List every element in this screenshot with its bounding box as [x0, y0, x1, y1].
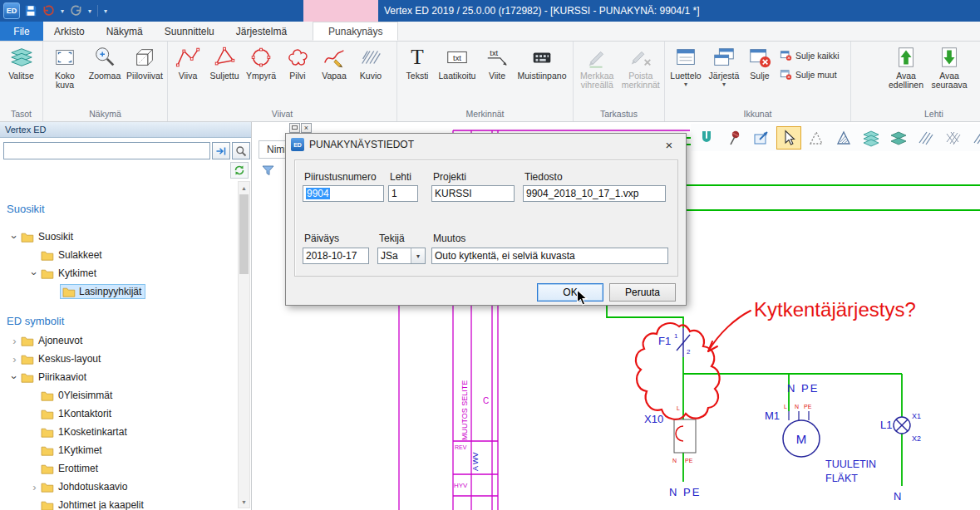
jarjesta-dropdown-icon[interactable]: ▾ [705, 81, 743, 88]
tree-item-ajoneuvot[interactable]: › Ajoneuvot [0, 331, 238, 350]
layers-alt-tool-button[interactable] [886, 126, 911, 150]
tree-item-keskus-layout[interactable]: › Keskus-layout [0, 350, 238, 368]
tree-item-suosikit[interactable]: › Suosikit [0, 228, 238, 246]
folder-icon [21, 336, 34, 346]
sulje-button[interactable]: Sulje [743, 42, 776, 108]
search-input[interactable] [3, 142, 210, 159]
triangle-hatch-tool-button[interactable] [831, 126, 856, 150]
tree-item-0yleisimmat[interactable]: 0Yleisimmät [0, 386, 238, 405]
ok-button[interactable]: OK [537, 283, 603, 302]
chevron-right-icon[interactable]: › [8, 353, 21, 365]
ympyra-button[interactable]: Ympyrä [243, 42, 279, 108]
tree-scrollbar[interactable]: ▲ ▼ [238, 181, 250, 508]
luettelo-dropdown-icon[interactable]: ▾ [667, 81, 705, 88]
suljettu-button[interactable]: Suljettu [206, 42, 243, 108]
laatikoitu-button[interactable]: txt Laatikoitu [436, 42, 479, 108]
jarjesta-button[interactable]: Järjestä ▾ [705, 42, 743, 108]
filter-icon[interactable] [262, 165, 274, 179]
search-go-button[interactable] [212, 142, 230, 159]
paivays-field[interactable]: 2018-10-17 [303, 248, 369, 264]
undo-button[interactable] [41, 2, 57, 19]
app-logo[interactable]: ED [3, 2, 20, 19]
teksti-button[interactable]: T Teksti [399, 42, 436, 108]
search-button[interactable] [232, 142, 250, 159]
hatch-tool-button[interactable] [914, 126, 938, 150]
tree-item-piirikaaviot[interactable]: › Piirikaaviot [0, 368, 238, 386]
avaa-seuraava-button[interactable]: Avaa seuraava [928, 42, 971, 108]
tree-item-johtimet[interactable]: Johtimet ja kaapelit [0, 496, 238, 510]
refresh-button[interactable] [230, 162, 249, 179]
tree-item-johdotuskaavio[interactable]: › Johdotuskaavio [0, 478, 238, 496]
panel-restore-button[interactable] [289, 123, 300, 133]
tree-item-erottimet[interactable]: Erottimet [0, 459, 238, 478]
tree-item-1kytkimet[interactable]: 1Kytkimet [0, 441, 238, 459]
redo-menu-button[interactable]: ▾ [86, 7, 93, 15]
tree-item-sulakkeet[interactable]: Sulakkeet [0, 246, 238, 264]
viiva-button[interactable]: Viiva [170, 42, 206, 108]
tiedosto-field[interactable]: 9904_2018_10_17_1.vxp [523, 185, 666, 202]
muutos-field[interactable]: Outo kytkentä, ei selviä kuvasta [431, 248, 668, 264]
extra-tool-button[interactable] [968, 126, 980, 150]
koko-kuva-button[interactable]: Koko kuva [45, 42, 85, 108]
lamp-symbol[interactable] [894, 417, 910, 434]
sulje-muut-button[interactable]: Sulje muut [776, 66, 843, 83]
tab-arkisto[interactable]: Arkisto [43, 22, 96, 41]
combo-dropdown-button[interactable]: ▾ [411, 248, 425, 263]
tree-item-lasinpyyhkijat[interactable]: Lasinpyyhkijät [0, 282, 238, 301]
pin-tool-button[interactable] [721, 126, 746, 150]
tree-item-1kontaktorit[interactable]: 1Kontaktorit [0, 405, 238, 423]
chevron-right-icon[interactable]: › [8, 335, 21, 347]
tekija-combobox[interactable]: JSa ▾ [377, 248, 426, 264]
ribbon-tab-row: File Arkisto Näkymä Suunnittelu Järjeste… [0, 22, 980, 42]
redline-cloud[interactable] [636, 311, 751, 419]
layers-tool-button[interactable] [859, 126, 884, 150]
avaa-edellinen-button[interactable]: Avaa edellinen [884, 42, 928, 108]
drag-view-button[interactable] [749, 126, 774, 150]
muistiinpano-button[interactable]: Muistiinpano [515, 42, 569, 108]
piiloviivat-button[interactable]: Piiloviivat [125, 42, 165, 108]
connector-symbol[interactable] [674, 419, 696, 453]
punakynaystiedot-dialog: ED PUNAKYNÄYSTIEDOT × Piirustusnumero Le… [285, 133, 687, 306]
save-button[interactable] [22, 2, 38, 19]
viite-button[interactable]: txt Viite [479, 42, 515, 108]
customize-qat-button[interactable]: ▾ [102, 7, 109, 15]
tree-item-label: Johdotuskaavio [58, 481, 127, 493]
sulje-kaikki-button[interactable]: Sulje kaikki [776, 47, 843, 64]
tab-nakyma[interactable]: Näkymä [96, 22, 154, 41]
kuvio-button[interactable]: Kuvio [352, 42, 389, 108]
pilvi-button[interactable]: Pilvi [279, 42, 316, 108]
tree-item-kytkimet[interactable]: › Kytkimet [0, 264, 238, 282]
freehand-icon [322, 45, 347, 70]
scroll-down-button[interactable]: ▼ [239, 496, 249, 508]
tab-punakynays[interactable]: Punakynäys [313, 22, 398, 41]
tree-item-1kosketinkartat[interactable]: 1Kosketinkartat [0, 423, 238, 441]
select-tool-button[interactable] [776, 126, 801, 150]
scroll-up-button[interactable]: ▲ [239, 182, 249, 194]
projekti-field[interactable]: KURSSI [431, 185, 515, 202]
piirustusnumero-field[interactable]: 9904 [303, 185, 384, 202]
tab-jarjestelma[interactable]: Järjestelmä [225, 22, 298, 41]
hatch-alt-tool-button[interactable] [941, 126, 966, 150]
redline-annotation-text[interactable]: Kytkentäjärjestys? [754, 298, 916, 321]
lehti-field[interactable]: 1 [388, 185, 418, 202]
tab-suunnittelu[interactable]: Suunnittelu [154, 22, 225, 41]
panel-close-button[interactable]: × [301, 123, 312, 133]
selected-tree-item[interactable]: Lasinpyyhkijät [61, 285, 145, 298]
chevron-down-icon[interactable]: › [28, 267, 41, 280]
dialog-close-button[interactable]: × [657, 138, 681, 152]
redo-button[interactable] [68, 2, 84, 19]
dialog-titlebar[interactable]: ED PUNAKYNÄYSTIEDOT × [286, 134, 686, 155]
zoomaa-button[interactable]: Zoomaa [85, 42, 125, 108]
tab-file[interactable]: File [0, 22, 43, 41]
chevron-down-icon[interactable]: › [8, 231, 21, 243]
undo-menu-button[interactable]: ▾ [59, 7, 66, 15]
cancel-button[interactable]: Peruuta [609, 283, 676, 302]
triangle-outline-tool-button[interactable] [804, 126, 829, 150]
snap-tool-button[interactable] [694, 126, 719, 150]
chevron-right-icon[interactable]: › [28, 481, 41, 493]
luettelo-button[interactable]: Luettelo ▾ [667, 42, 705, 108]
vapaa-button[interactable]: Vapaa [316, 42, 352, 108]
chevron-down-icon[interactable]: › [8, 371, 21, 384]
scrollbar-thumb[interactable] [239, 194, 249, 274]
valitse-button[interactable]: Valitse [2, 42, 41, 108]
